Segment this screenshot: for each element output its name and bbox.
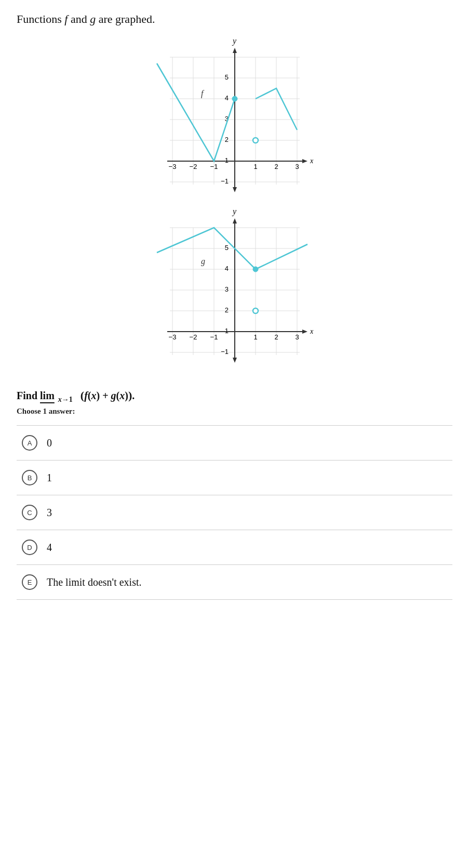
graph-g-y-label-top: y <box>233 207 236 216</box>
svg-text:3: 3 <box>224 285 228 293</box>
option-c-value: 3 <box>47 507 52 519</box>
choose-label: Choose 1 answer: <box>17 407 452 416</box>
option-e-letter: E <box>28 578 32 586</box>
option-d-value: 4 <box>47 542 52 554</box>
option-b-letter: B <box>28 474 32 482</box>
svg-marker-50 <box>302 330 307 334</box>
svg-text:−1: −1 <box>221 348 229 356</box>
option-c-letter: C <box>27 509 32 517</box>
svg-text:5: 5 <box>224 244 228 252</box>
svg-text:g: g <box>201 257 205 266</box>
svg-text:4: 4 <box>224 94 228 102</box>
svg-text:f: f <box>201 89 205 98</box>
svg-text:−2: −2 <box>189 333 197 341</box>
svg-text:2: 2 <box>224 306 228 314</box>
svg-point-69 <box>253 308 258 313</box>
graphs-container: y <box>17 36 452 373</box>
option-e[interactable]: E The limit doesn't exist. <box>17 565 452 600</box>
answer-options: A 0 B 1 C 3 D 4 E The limit doesn't exis… <box>17 425 452 600</box>
svg-text:1: 1 <box>253 163 257 170</box>
graph-g: −3 −2 −1 1 2 3 x 5 4 3 2 1 −1 g <box>146 217 323 373</box>
option-e-circle: E <box>22 574 37 590</box>
svg-text:1: 1 <box>224 327 228 335</box>
graph-f: −3 −2 −1 1 2 3 x 5 4 3 2 1 −1 f <box>146 47 323 203</box>
svg-marker-15 <box>302 159 307 163</box>
question-text: Find lim x→1 (f(x) + g(x)). <box>17 389 452 404</box>
svg-text:x: x <box>310 157 314 165</box>
graph-g-wrapper: −3 −2 −1 1 2 3 x 5 4 3 2 1 −1 g <box>146 217 323 373</box>
question-section: Find lim x→1 (f(x) + g(x)). Choose 1 ans… <box>17 389 452 416</box>
svg-text:−1: −1 <box>210 163 218 170</box>
svg-text:3: 3 <box>295 163 299 170</box>
option-d-circle: D <box>22 540 37 555</box>
svg-text:4: 4 <box>224 265 228 272</box>
svg-text:−3: −3 <box>168 163 176 170</box>
svg-text:1: 1 <box>253 333 257 341</box>
svg-point-33 <box>232 96 237 101</box>
svg-text:−2: −2 <box>189 163 197 170</box>
graph-f-y-label: y <box>233 36 236 46</box>
option-b-circle: B <box>22 470 37 485</box>
svg-text:2: 2 <box>274 333 278 341</box>
page-title: Functions f and g are graphed. <box>17 12 452 26</box>
svg-text:−3: −3 <box>168 333 176 341</box>
svg-text:−1: −1 <box>210 333 218 341</box>
option-e-value: The limit doesn't exist. <box>47 576 141 588</box>
option-a-letter: A <box>28 439 32 447</box>
svg-text:x: x <box>310 327 314 335</box>
svg-text:3: 3 <box>295 333 299 341</box>
svg-text:2: 2 <box>224 136 228 143</box>
svg-text:2: 2 <box>274 163 278 170</box>
option-d[interactable]: D 4 <box>17 530 452 565</box>
graph-f-wrapper: y <box>146 36 323 203</box>
svg-marker-52 <box>233 218 237 223</box>
option-b[interactable]: B 1 <box>17 461 452 495</box>
option-b-value: 1 <box>47 472 52 484</box>
svg-marker-17 <box>233 48 237 53</box>
option-a[interactable]: A 0 <box>17 426 452 461</box>
svg-text:−1: −1 <box>221 177 229 185</box>
option-a-value: 0 <box>47 437 52 449</box>
svg-text:1: 1 <box>224 156 228 164</box>
option-c-circle: C <box>22 505 37 520</box>
option-c[interactable]: C 3 <box>17 495 452 530</box>
option-a-circle: A <box>22 435 37 451</box>
svg-marker-53 <box>233 358 237 363</box>
svg-point-34 <box>253 138 258 143</box>
svg-marker-18 <box>233 187 237 192</box>
option-d-letter: D <box>27 544 32 551</box>
svg-text:5: 5 <box>224 73 228 81</box>
